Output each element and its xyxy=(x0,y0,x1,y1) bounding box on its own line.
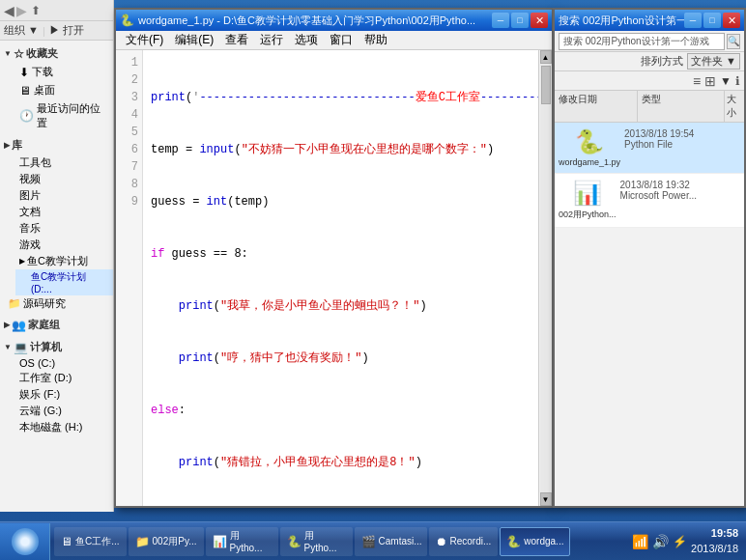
taskbar: 🖥 鱼C工作... 📁 002用Py... 📊 用Pytho... 🐍 用Pyt… xyxy=(0,521,746,560)
nav-item-pictures[interactable]: 图片 xyxy=(15,187,113,204)
explorer-maximize-btn[interactable]: □ xyxy=(703,13,721,28)
code-editor-body: 1 2 3 4 5 6 7 8 9 print('---------------… xyxy=(116,50,552,506)
arrange-btn[interactable]: 排列方式 xyxy=(641,54,683,69)
folder-icon-source: 📁 xyxy=(8,297,21,310)
nav-item-games[interactable]: 游戏 xyxy=(15,237,113,253)
editor-title-area: 🐍 wordgame_1.py - D:\鱼C教学计划\零基础入门学习Pytho… xyxy=(120,14,492,28)
code-line-3: guess = int(temp) xyxy=(151,193,531,210)
explorer-minimize-btn[interactable]: ─ xyxy=(684,13,702,28)
code-line-6: print("哼，猜中了也没有奖励！") xyxy=(151,350,531,367)
nav-library-header[interactable]: ▶ 库 xyxy=(0,136,113,154)
nav-group-family: ▶ 👥 家庭组 xyxy=(0,316,113,334)
taskbar-icon-4: 🐍 xyxy=(287,535,301,548)
file-item-1[interactable]: 🐍 wordgame_1.py 2013/8/18 19:54 Python F… xyxy=(555,123,744,174)
nav-item-d[interactable]: 工作室 (D:) xyxy=(15,370,113,386)
line-numbers: 1 2 3 4 5 6 7 8 9 xyxy=(116,50,143,506)
menu-edit[interactable]: 编辑(E) xyxy=(169,32,219,48)
desktop-icon: 🖥 xyxy=(19,84,31,98)
nav-computer-header[interactable]: ▼ 💻 计算机 xyxy=(0,338,113,356)
taskbar-item-record[interactable]: ⏺ Recordi... xyxy=(429,527,499,556)
address-input[interactable]: 搜索 002用Python设计第一个游戏 xyxy=(559,33,725,50)
nav-item-yuc-sub[interactable]: 鱼C教学计划 (D:... xyxy=(15,269,113,295)
nav-item-video[interactable]: 视频 xyxy=(15,171,113,187)
nav-group-computer: ▼ 💻 计算机 OS (C:) 工作室 (D:) 娱乐 (F:) 云端 (G:)… xyxy=(0,338,113,435)
nav-up-icon[interactable]: ⬆ xyxy=(31,4,41,17)
col-date[interactable]: 修改日期 xyxy=(555,91,638,122)
menu-options[interactable]: 选项 xyxy=(289,32,324,48)
menu-view[interactable]: 查看 xyxy=(219,32,254,48)
nav-favorites-header[interactable]: ▼ ☆ 收藏夹 xyxy=(0,44,113,63)
menu-window[interactable]: 窗口 xyxy=(324,32,359,48)
nav-item-tools[interactable]: 工具包 xyxy=(15,154,113,171)
menu-help[interactable]: 帮助 xyxy=(359,32,393,48)
scrollbar-track[interactable] xyxy=(540,64,552,492)
editor-scrollbar[interactable]: ▲ ▼ xyxy=(538,50,552,506)
nav-family-header[interactable]: ▶ 👥 家庭组 xyxy=(0,316,113,334)
nav-forward-icon[interactable]: ▶ xyxy=(16,3,27,18)
nav-item-h[interactable]: 本地磁盘 (H:) xyxy=(15,419,113,435)
nav-back-icon[interactable]: ◀ xyxy=(4,3,14,18)
taskbar-item-py[interactable]: 🐍 用Pytho... xyxy=(280,527,353,556)
nav-item-c[interactable]: OS (C:) xyxy=(15,356,113,370)
nav-item-music[interactable]: 音乐 xyxy=(15,220,113,237)
taskbar-item-camtasia[interactable]: 🎬 Camtasi... xyxy=(355,527,427,556)
taskbar-icon-1: 🖥 xyxy=(61,535,72,548)
nav-item-yuc[interactable]: ▶ 鱼C教学计划 xyxy=(15,253,113,269)
scrollbar-down[interactable]: ▼ xyxy=(540,492,552,506)
details-view-icon[interactable]: ⊞ xyxy=(704,73,716,89)
view-dropdown-icon[interactable]: ▼ xyxy=(720,74,732,88)
code-line-1: print('-------------------------------爱鱼… xyxy=(151,89,531,106)
list-view-icon[interactable]: ≡ xyxy=(693,73,701,89)
explorer-title-area: 搜索 002用Python设计第一个游戏 xyxy=(559,14,684,28)
tray-icon-network[interactable]: 📶 xyxy=(632,534,648,549)
recent-icon: 🕐 xyxy=(19,109,34,123)
editor-titlebar: 🐍 wordgame_1.py - D:\鱼C教学计划\零基础入门学习Pytho… xyxy=(116,10,552,31)
search-go-btn[interactable]: 🔍 xyxy=(727,34,740,49)
col-size[interactable]: 大小 xyxy=(725,91,744,122)
taskbar-clock[interactable]: 19:58 2013/8/18 xyxy=(691,526,738,556)
explorer-window: 搜索 002用Python设计第一个游戏 ─ □ ✕ 搜索 002用Python… xyxy=(553,8,746,508)
editor-close-btn[interactable]: ✕ xyxy=(531,13,548,28)
nav-item-recent[interactable]: 🕐 最近访问的位置 xyxy=(15,99,113,132)
taskbar-item-wordgame[interactable]: 🐍 wordga... xyxy=(500,527,570,556)
tray-icon-volume[interactable]: 🔊 xyxy=(652,534,669,549)
editor-minimize-btn[interactable]: ─ xyxy=(492,13,509,28)
taskbar-item-002[interactable]: 📁 002用Py... xyxy=(129,527,204,556)
explorer-titlebar: 搜索 002用Python设计第一个游戏 ─ □ ✕ xyxy=(555,10,744,31)
code-content[interactable]: print('-------------------------------爱鱼… xyxy=(143,50,538,506)
start-button[interactable] xyxy=(0,523,50,560)
menu-file[interactable]: 文件(F) xyxy=(120,32,169,48)
nav-item-download[interactable]: ⬇ 下载 xyxy=(15,63,113,81)
editor-window-controls: ─ □ ✕ xyxy=(492,13,548,28)
nav-item-docs[interactable]: 文档 xyxy=(15,204,113,220)
editor-maximize-btn[interactable]: □ xyxy=(511,13,529,28)
scrollbar-up[interactable]: ▲ xyxy=(540,50,552,64)
nav-sidebar: ◀ ▶ ⬆ 组织 ▼ | ▶ 打开 ▼ ☆ 收藏夹 ⬇ 下载 xyxy=(0,0,114,512)
taskbar-icon-2: 📁 xyxy=(135,535,150,548)
nav-item-g[interactable]: 云端 (G:) xyxy=(15,403,113,419)
family-icon: 👥 xyxy=(12,319,26,332)
ppt-file-icon: 📊 xyxy=(573,180,602,207)
nav-item-desktop[interactable]: 🖥 桌面 xyxy=(15,81,113,99)
library-items: 工具包 视频 图片 文档 音乐 游戏 ▶ 鱼C教学计划 鱼C教学计划 (D:..… xyxy=(0,154,113,295)
tray-icon-power[interactable]: ⚡ xyxy=(673,535,687,548)
explorer-close-btn[interactable]: ✕ xyxy=(723,13,740,28)
taskbar-item-ppt[interactable]: 📊 用Pytho... xyxy=(206,527,278,556)
open-btn[interactable]: ▶ 打开 xyxy=(49,23,84,38)
taskbar-item-yuc[interactable]: 🖥 鱼C工作... xyxy=(54,527,127,556)
chevron-right-icon: ▶ xyxy=(4,141,10,150)
organize-btn[interactable]: 组织 ▼ xyxy=(4,23,39,38)
system-tray: 📶 🔊 ⚡ 19:58 2013/8/18 xyxy=(624,526,746,556)
info-icon[interactable]: ℹ xyxy=(735,74,740,88)
menu-run[interactable]: 运行 xyxy=(254,32,289,48)
col-type[interactable]: 类型 xyxy=(638,91,725,122)
nav-item-source[interactable]: 📁 源码研究 xyxy=(0,295,113,312)
computer-items: OS (C:) 工作室 (D:) 娱乐 (F:) 云端 (G:) 本地磁盘 (H… xyxy=(0,356,113,435)
file-item-2[interactable]: 📊 002用Python... 2013/8/18 19:32 Microsof… xyxy=(555,174,744,228)
nav-item-f[interactable]: 娱乐 (F:) xyxy=(15,386,113,403)
computer-icon: 💻 xyxy=(14,341,28,354)
nav-action-bar: 组织 ▼ | ▶ 打开 xyxy=(0,21,113,41)
code-line-2: temp = input("不妨猜一下小甲鱼现在心里想的是哪个数字：") xyxy=(151,141,531,158)
folder-dropdown-btn[interactable]: 文件夹 ▼ xyxy=(687,53,740,70)
scrollbar-thumb[interactable] xyxy=(541,66,551,104)
